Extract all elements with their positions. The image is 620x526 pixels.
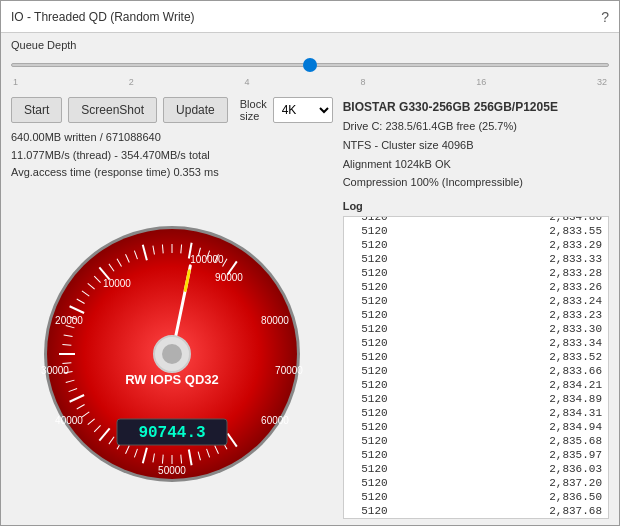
svg-text:80000: 80000 — [261, 315, 289, 326]
log-col2: 2,834.21 — [394, 378, 608, 392]
queue-depth-section: Queue Depth 1 2 4 8 16 32 — [1, 33, 619, 91]
alignment-info: Alignment 1024kB OK — [343, 155, 609, 174]
log-col1: 5120 — [344, 434, 394, 448]
log-col2: 2,833.52 — [394, 350, 608, 364]
tick: 16 — [476, 77, 486, 87]
log-row: 51202,834.89 — [344, 392, 608, 406]
log-col2: 2,834.86 — [394, 216, 608, 224]
log-col1: 5120 — [344, 280, 394, 294]
gauge-wrapper: 0 10000 20000 30000 4000 — [37, 219, 307, 489]
gauge-container: 0 10000 20000 30000 4000 — [11, 190, 333, 519]
log-container[interactable]: 51202,833.8251202,835.2151202,834.865120… — [343, 216, 609, 519]
log-col2: 2,833.66 — [394, 364, 608, 378]
queue-depth-label: Queue Depth — [11, 39, 609, 51]
stats-text: 640.00MB written / 671088640 11.077MB/s … — [11, 129, 333, 182]
log-row: 51202,834.86 — [344, 216, 608, 224]
main-content: Start ScreenShot Update Block size 4K 51… — [1, 91, 619, 525]
log-row: 51202,835.68 — [344, 434, 608, 448]
slider-track — [11, 63, 609, 67]
log-row: 51202,833.28 — [344, 266, 608, 280]
log-row: 51202,833.29 — [344, 238, 608, 252]
log-col1: 5120 — [344, 378, 394, 392]
svg-text:40000: 40000 — [55, 415, 83, 426]
log-row: 51202,836.03 — [344, 462, 608, 476]
compression-info: Compression 100% (Incompressible) — [343, 173, 609, 192]
log-col1: 5120 — [344, 216, 394, 224]
avg-access-stat: Avg.access time (response time) 0.353 ms — [11, 164, 333, 182]
gauge-label: RW IOPS QD32 — [125, 372, 219, 387]
log-col1: 5120 — [344, 462, 394, 476]
log-col2: 2,833.55 — [394, 224, 608, 238]
help-button[interactable]: ? — [601, 9, 609, 25]
tick: 32 — [597, 77, 607, 87]
log-row: 51202,834.21 — [344, 378, 608, 392]
svg-text:50000: 50000 — [158, 465, 186, 476]
tick: 1 — [13, 77, 18, 87]
start-button[interactable]: Start — [11, 97, 62, 123]
log-col1: 5120 — [344, 392, 394, 406]
log-col1: 5120 — [344, 266, 394, 280]
log-row: 51202,837.20 — [344, 476, 608, 490]
gauge-svg: 0 10000 20000 30000 4000 — [37, 219, 307, 489]
ntfs-info: NTFS - Cluster size 4096B — [343, 136, 609, 155]
block-size-label: Block size — [240, 98, 267, 122]
title-bar: IO - Threaded QD (Random Write) ? — [1, 1, 619, 33]
log-col1: 5120 — [344, 238, 394, 252]
tick: 8 — [360, 77, 365, 87]
slider-ticks: 1 2 4 8 16 32 — [11, 77, 609, 87]
block-size-select[interactable]: 4K 512 1K 2K 8K 16K 32K 64K 128K 256K 51… — [273, 97, 333, 123]
log-col2: 2,837.68 — [394, 504, 608, 518]
log-col2: 2,833.28 — [394, 266, 608, 280]
log-col2: 2,834.89 — [394, 392, 608, 406]
update-button[interactable]: Update — [163, 97, 228, 123]
log-row: 51202,833.55 — [344, 224, 608, 238]
log-row: 51202,835.97 — [344, 448, 608, 462]
log-col1: 5120 — [344, 490, 394, 504]
log-col1: 5120 — [344, 448, 394, 462]
log-col1: 5120 — [344, 294, 394, 308]
log-row: 51202,834.94 — [344, 420, 608, 434]
right-panel: BIOSTAR G330-256GB 256GB/P1205E Drive C:… — [343, 97, 609, 519]
log-col2: 2,836.03 — [394, 462, 608, 476]
log-col1: 5120 — [344, 476, 394, 490]
tick: 2 — [129, 77, 134, 87]
svg-text:70000: 70000 — [275, 365, 303, 376]
log-row: 51202,833.30 — [344, 322, 608, 336]
left-panel: Start ScreenShot Update Block size 4K 51… — [11, 97, 333, 519]
log-col2: 2,836.50 — [394, 490, 608, 504]
svg-text:10000: 10000 — [103, 278, 131, 289]
drive-c-info: Drive C: 238.5/61.4GB free (25.7%) — [343, 117, 609, 136]
log-col2: 2,834.31 — [394, 406, 608, 420]
throughput-stat: 11.077MB/s (thread) - 354.470MB/s total — [11, 147, 333, 165]
svg-text:30000: 30000 — [41, 365, 69, 376]
log-col1: 5120 — [344, 336, 394, 350]
tick: 4 — [245, 77, 250, 87]
log-col2: 2,837.20 — [394, 476, 608, 490]
log-label: Log — [343, 200, 609, 212]
log-col2: 2,833.34 — [394, 336, 608, 350]
controls-row: Start ScreenShot Update Block size 4K 51… — [11, 97, 333, 123]
log-col2: 2,835.68 — [394, 434, 608, 448]
window-title: IO - Threaded QD (Random Write) — [11, 10, 195, 24]
log-col2: 2,833.33 — [394, 252, 608, 266]
log-row: 51202,833.66 — [344, 364, 608, 378]
log-col2: 2,833.29 — [394, 238, 608, 252]
log-col1: 5120 — [344, 406, 394, 420]
log-row: 51202,833.23 — [344, 308, 608, 322]
gauge-center-inner — [162, 344, 182, 364]
queue-depth-slider[interactable] — [11, 55, 609, 75]
log-col2: 2,834.94 — [394, 420, 608, 434]
screenshot-button[interactable]: ScreenShot — [68, 97, 157, 123]
log-row: 51202,836.50 — [344, 490, 608, 504]
log-col2: 2,835.97 — [394, 448, 608, 462]
drive-name: BIOSTAR G330-256GB 256GB/P1205E — [343, 97, 609, 117]
log-row: 51202,833.33 — [344, 252, 608, 266]
log-col1: 5120 — [344, 252, 394, 266]
gauge-readout-text: 90744.3 — [138, 424, 205, 442]
log-col1: 5120 — [344, 308, 394, 322]
log-col1: 5120 — [344, 350, 394, 364]
log-row: 51202,834.31 — [344, 406, 608, 420]
log-row: 51202,833.24 — [344, 294, 608, 308]
slider-thumb[interactable] — [303, 58, 317, 72]
log-col1: 5120 — [344, 420, 394, 434]
